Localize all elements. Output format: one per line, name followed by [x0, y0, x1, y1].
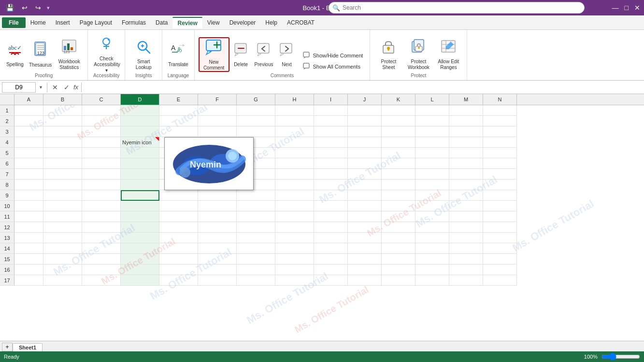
expand-cell-ref-button[interactable]: ▾ — [38, 84, 44, 90]
cell-f9[interactable] — [198, 190, 237, 201]
row-num-3[interactable]: 3 — [0, 126, 14, 137]
col-header-h[interactable]: H — [275, 94, 314, 105]
cell-a7[interactable] — [14, 169, 43, 180]
row-num-11[interactable]: 11 — [0, 211, 14, 222]
cell-l14[interactable] — [415, 243, 449, 254]
cell-d4[interactable]: Nyemin icon — [121, 137, 159, 148]
cell-k16[interactable] — [382, 265, 415, 275]
cell-c11[interactable] — [82, 211, 121, 222]
cell-h2[interactable] — [275, 116, 314, 126]
row-num-12[interactable]: 12 — [0, 222, 14, 233]
cell-b11[interactable] — [43, 211, 82, 222]
cell-l16[interactable] — [415, 265, 449, 275]
cell-k14[interactable] — [382, 243, 415, 254]
cell-m7[interactable] — [449, 169, 483, 180]
cell-k11[interactable] — [382, 211, 415, 222]
menu-help[interactable]: Help — [260, 17, 282, 28]
cell-c17[interactable] — [82, 275, 121, 286]
cell-i5[interactable] — [314, 148, 348, 158]
cell-m9[interactable] — [449, 190, 483, 201]
cell-h15[interactable] — [275, 254, 314, 265]
cell-k2[interactable] — [382, 116, 415, 126]
cell-d6[interactable] — [121, 158, 159, 169]
show-hide-comment-button[interactable]: Show/Hide Comment — [300, 50, 366, 61]
cell-h10[interactable] — [275, 201, 314, 211]
cell-m4[interactable] — [449, 137, 483, 148]
cell-l4[interactable] — [415, 137, 449, 148]
cell-l10[interactable] — [415, 201, 449, 211]
restore-button[interactable]: □ — [625, 4, 629, 12]
cell-c8[interactable] — [82, 180, 121, 190]
cell-k8[interactable] — [382, 180, 415, 190]
cell-l11[interactable] — [415, 211, 449, 222]
cell-e14[interactable] — [159, 243, 198, 254]
cell-f16[interactable] — [198, 265, 237, 275]
cell-h3[interactable] — [275, 126, 314, 137]
cell-n13[interactable] — [483, 233, 517, 243]
smart-lookup-button[interactable]: Smart Lookup — [129, 37, 158, 72]
cell-k15[interactable] — [382, 254, 415, 265]
cell-c2[interactable] — [82, 116, 121, 126]
cell-i17[interactable] — [314, 275, 348, 286]
menu-home[interactable]: Home — [26, 17, 51, 28]
cell-j15[interactable] — [348, 254, 382, 265]
cell-l6[interactable] — [415, 158, 449, 169]
formula-input[interactable] — [85, 82, 642, 93]
row-num-4[interactable]: 4 — [0, 137, 14, 148]
cell-g2[interactable] — [237, 116, 275, 126]
redo-button[interactable]: ↪ — [33, 3, 43, 13]
cell-b15[interactable] — [43, 254, 82, 265]
cell-h8[interactable] — [275, 180, 314, 190]
cell-b9[interactable] — [43, 190, 82, 201]
allow-edit-ranges-button[interactable]: Allow Edit Ranges — [434, 37, 463, 72]
save-button[interactable]: 💾 — [4, 3, 16, 13]
thesaurus-button[interactable]: 123 Thesaurus — [27, 37, 54, 72]
cell-n9[interactable] — [483, 190, 517, 201]
col-header-c[interactable]: C — [82, 94, 121, 105]
search-input[interactable] — [329, 2, 585, 14]
col-header-g[interactable]: G — [237, 94, 275, 105]
cell-c9[interactable] — [82, 190, 121, 201]
cell-a2[interactable] — [14, 116, 43, 126]
cell-i7[interactable] — [314, 169, 348, 180]
cell-b10[interactable] — [43, 201, 82, 211]
cell-j9[interactable] — [348, 190, 382, 201]
cell-e3[interactable] — [159, 126, 198, 137]
cell-m1[interactable] — [449, 105, 483, 116]
col-header-a[interactable]: A — [14, 94, 43, 105]
row-num-17[interactable]: 17 — [0, 275, 14, 286]
cell-j4[interactable] — [348, 137, 382, 148]
cell-h11[interactable] — [275, 211, 314, 222]
cell-m6[interactable] — [449, 158, 483, 169]
menu-data[interactable]: Data — [151, 17, 172, 28]
cell-m15[interactable] — [449, 254, 483, 265]
cell-i4[interactable] — [314, 137, 348, 148]
cell-e9[interactable] — [159, 190, 198, 201]
cell-h6[interactable] — [275, 158, 314, 169]
comment-popup[interactable]: Nyemin — [164, 137, 254, 190]
col-header-k[interactable]: K — [382, 94, 415, 105]
cell-b2[interactable] — [43, 116, 82, 126]
cell-c3[interactable] — [82, 126, 121, 137]
menu-view[interactable]: View — [202, 17, 225, 28]
cell-e16[interactable] — [159, 265, 198, 275]
cell-n14[interactable] — [483, 243, 517, 254]
cell-c15[interactable] — [82, 254, 121, 265]
row-num-5[interactable]: 5 — [0, 148, 14, 158]
cell-j6[interactable] — [348, 158, 382, 169]
cell-a17[interactable] — [14, 275, 43, 286]
cell-c16[interactable] — [82, 265, 121, 275]
cell-i13[interactable] — [314, 233, 348, 243]
cell-b12[interactable] — [43, 222, 82, 233]
cell-m17[interactable] — [449, 275, 483, 286]
cell-m14[interactable] — [449, 243, 483, 254]
cell-m11[interactable] — [449, 211, 483, 222]
cell-b7[interactable] — [43, 169, 82, 180]
cell-f2[interactable] — [198, 116, 237, 126]
cell-i2[interactable] — [314, 116, 348, 126]
translate-button[interactable]: A あ Translate — [166, 37, 190, 72]
cell-m3[interactable] — [449, 126, 483, 137]
cell-i3[interactable] — [314, 126, 348, 137]
row-num-9[interactable]: 9 — [0, 190, 14, 201]
cell-n7[interactable] — [483, 169, 517, 180]
